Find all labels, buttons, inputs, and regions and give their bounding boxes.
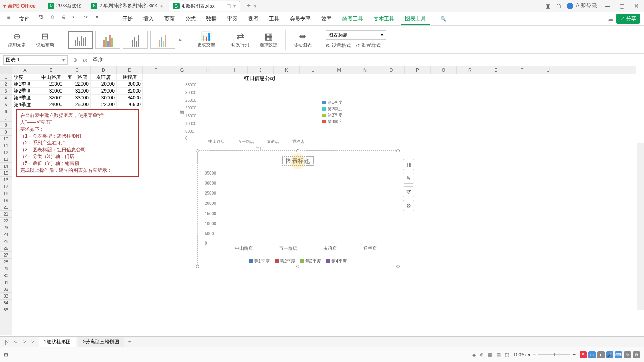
status-bar: ⊞ ◈ ⊕ ▦ ▤ ⬚ 100% ▾ − + S中•,🎤⌨✎⚙ (0, 347, 644, 362)
chart-elements-icon[interactable]: ⫿⫿ (403, 159, 414, 170)
redo-icon[interactable]: ↷ (81, 14, 90, 23)
print-icon[interactable]: ⎙ (47, 14, 56, 23)
minimize-button[interactable]: — (603, 3, 612, 9)
maximize-button[interactable]: ▢ (617, 3, 626, 9)
sheet-tab-2[interactable]: 2分离型三维饼图 (78, 337, 125, 347)
login-button[interactable]: 立即登录 (567, 2, 597, 10)
chart-side-tools: ⫿⫿ ✎ ⧩ ⚙ (403, 159, 414, 211)
reset-style-button[interactable]: ↺ 重置样式 (356, 42, 381, 49)
chart-styles-icon[interactable]: ✎ (403, 173, 414, 184)
doc-tab-2[interactable]: S2.单列排序和多列排序.xlsx ● (87, 1, 167, 11)
tab-member[interactable]: 会员专享 (286, 14, 315, 24)
ribbon: ⊕添加元素 ⊞快速布局 ▸ 📊更改类型 ⇄切换行列 ▦选择数据 ⬌移动图表 图表… (0, 26, 644, 54)
status-mode-icon[interactable]: ⊞ (4, 352, 8, 358)
switch-row-col-button[interactable]: ⇄切换行列 (229, 31, 252, 49)
tab-draw-tools[interactable]: 绘图工具 (338, 14, 367, 24)
chart-element-select[interactable]: 图表标题▾ (326, 30, 386, 40)
doc-tab-1[interactable]: ↻2023新变化 (44, 1, 86, 11)
menu-icon[interactable]: ≡ (4, 14, 13, 23)
tab-list-button[interactable]: ▾ (254, 3, 256, 9)
spreadsheet-grid[interactable]: ABCDEFGHIJKLMNOPQRSTU 123456789101112131… (0, 66, 644, 335)
tab-formula[interactable]: 公式 (181, 14, 200, 24)
file-menu[interactable]: 文件 (15, 14, 34, 24)
doc-tab-3[interactable]: S4.数据图表.xlsx ▢ ▾ (169, 1, 240, 11)
app-logo: ▾ WPS Office (3, 3, 36, 9)
status-icon-2[interactable]: ⊕ (480, 352, 484, 358)
sheet-tabs: |< < > >| 1簇状柱形图 2分离型三维饼图 + (0, 336, 644, 347)
tab-tools[interactable]: 工具 (265, 14, 283, 24)
vertical-scrollbar[interactable] (637, 143, 644, 310)
tab-efficiency[interactable]: 效率 (317, 14, 336, 24)
tab-start[interactable]: 开始 (118, 14, 137, 24)
new-tab-button[interactable]: + (247, 2, 251, 10)
titlebar: ▾ WPS Office ↻2023新变化 S2.单列排序和多列排序.xlsx … (0, 0, 644, 12)
change-type-button[interactable]: 📊更改类型 (195, 31, 217, 49)
quick-layout-button[interactable]: ⊞快速布局 (34, 31, 56, 49)
sheet-nav-prev[interactable]: < (12, 339, 19, 345)
view-break-icon[interactable]: ⬚ (505, 352, 509, 358)
share-button[interactable]: ↗ 分享 (616, 14, 640, 24)
tab-chart-tools[interactable]: 图表工具 (401, 13, 430, 25)
formula-text[interactable]: 季度 (90, 56, 103, 64)
view-page-icon[interactable]: ▤ (496, 352, 501, 358)
chart-lower-legend: 第1季度 第2季度 第3季度 第4季度 (198, 258, 398, 264)
chart-settings-icon[interactable]: ⚙ (403, 200, 414, 211)
chart-upper-title: 红日信息公司 (177, 75, 342, 82)
row-headers[interactable]: 1234567891011121314151617181920212223242… (0, 74, 12, 335)
status-icon-1[interactable]: ◈ (472, 352, 476, 358)
chart-upper: 红日信息公司 35000 30000 25000 20000 15000 100… (177, 75, 342, 153)
zoom-control[interactable]: 100% ▾ − + (513, 352, 576, 358)
tab-text-tools[interactable]: 文本工具 (369, 14, 398, 24)
cloud-icon[interactable]: ☁ (607, 15, 614, 23)
select-data-button[interactable]: ▦选择数据 (257, 31, 280, 49)
preview-icon[interactable]: 🖨 (59, 14, 68, 23)
tab-insert[interactable]: 插入 (139, 14, 158, 24)
move-chart-button[interactable]: ⬌移动图表 (291, 31, 314, 49)
column-headers[interactable]: ABCDEFGHIJKLMNOPQRSTU (0, 66, 636, 74)
chart-style-gallery[interactable]: ▸ (68, 31, 183, 49)
save-icon[interactable]: 🖫 (36, 14, 45, 23)
chart-lower-title[interactable]: 图表标题 (282, 156, 314, 166)
set-format-button[interactable]: ⚙ 设置格式 (326, 42, 351, 49)
fx-icon[interactable]: fx (80, 57, 90, 63)
undo-icon[interactable]: ↶ (70, 14, 79, 23)
sheet-nav-first[interactable]: |< (3, 339, 10, 345)
app-icon-2[interactable]: ⬡ (556, 3, 561, 9)
sheet-nav-last[interactable]: >| (30, 339, 37, 345)
chart-filter-icon[interactable]: ⧩ (403, 186, 414, 197)
tab-review[interactable]: 审阅 (223, 14, 242, 24)
name-box[interactable]: 图表 1▾ (3, 55, 68, 65)
sheet-nav-next[interactable]: > (21, 339, 28, 345)
instruction-box: 在当前表中建立数据图表，使用菜单“插 入”——>“图表” 要求如下： （1）图表… (16, 109, 139, 177)
app-icon-1[interactable]: ▣ (545, 3, 551, 9)
sheet-tab-1[interactable]: 1簇状柱形图 (39, 337, 76, 347)
dropdown-icon[interactable]: ▾ (93, 14, 101, 23)
search-icon[interactable]: 🔍 (440, 16, 446, 22)
ime-icons[interactable]: S中•,🎤⌨✎⚙ (580, 351, 640, 358)
close-button[interactable]: ✕ (632, 3, 641, 9)
add-sheet-button[interactable]: + (126, 339, 133, 345)
tab-page[interactable]: 页面 (160, 14, 179, 24)
chart-lower[interactable]: 图表标题 35000 30000 25000 20000 15000 10000… (197, 150, 398, 267)
formula-bar: 图表 1▾ ⊕ fx 季度 (0, 54, 644, 66)
tab-data[interactable]: 数据 (202, 14, 221, 24)
menubar: ≡ 文件 🖫 ⎙ 🖨 ↶ ↷ ▾ 开始 插入 页面 公式 数据 审阅 视图 工具… (0, 12, 644, 26)
tab-view[interactable]: 视图 (244, 14, 262, 24)
view-normal-icon[interactable]: ▦ (488, 352, 492, 358)
add-element-button[interactable]: ⊕添加元素 (6, 31, 28, 49)
select-all-corner[interactable] (0, 66, 12, 74)
fx-cancel[interactable]: ⊕ (71, 57, 80, 63)
